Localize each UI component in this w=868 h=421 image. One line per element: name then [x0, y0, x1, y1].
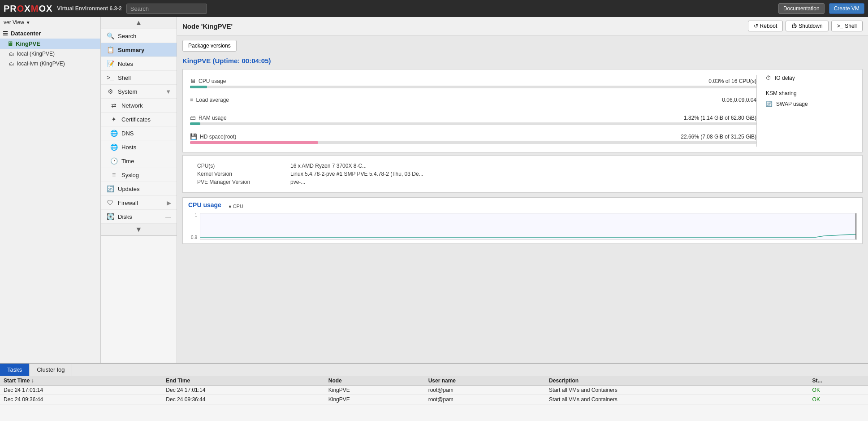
shell-header-icon: >_: [837, 23, 843, 29]
ram-value: 1.82% (1.14 GiB of 62.80 GiB): [684, 115, 756, 121]
nav-firewall-label: Firewall: [118, 200, 138, 206]
sidebar-item-local[interactable]: 🗂 local (KingPVE): [0, 49, 100, 59]
nav-item-time[interactable]: 🕐 Time: [101, 154, 177, 168]
col-user: User name: [425, 376, 545, 386]
nav-item-certificates[interactable]: ✦ Certificates: [101, 113, 177, 126]
nav-item-summary[interactable]: 📋 Summary: [101, 43, 177, 57]
sidebar-item-datacenter[interactable]: ☰ Datacenter: [0, 28, 100, 39]
cell-node: KingPVE: [325, 395, 425, 404]
nav-item-system[interactable]: ⚙ System ▼: [101, 85, 177, 99]
hosts-icon: 🌐: [110, 143, 118, 151]
nav-disks-label: Disks: [118, 213, 132, 220]
col-node: Node: [325, 376, 425, 386]
cpu-value: 0.03% of 16 CPU(s): [708, 78, 756, 84]
view-label: ver View: [4, 19, 24, 26]
nav-item-search[interactable]: 🔍 Search: [101, 29, 177, 43]
logo-text: PROXMOX: [4, 4, 52, 14]
content-body: Package versions KingPVE (Uptime: 00:04:…: [177, 35, 868, 363]
updates-icon: 🔄: [106, 185, 114, 192]
dns-icon: 🌐: [110, 130, 118, 137]
scroll-up-button[interactable]: ▲: [101, 17, 177, 29]
nav-item-network[interactable]: ⇄ Network: [101, 99, 177, 113]
io-label: IO delay: [775, 75, 795, 81]
sidebar-datacenter-label: Datacenter: [11, 30, 41, 37]
view-selector[interactable]: ver View ▼: [0, 17, 100, 28]
cell-desc: Start all VMs and Containers: [545, 395, 809, 404]
reboot-button[interactable]: ↺ Reboot: [748, 21, 783, 31]
swap-icon: 🔄: [766, 101, 773, 107]
firewall-expand-icon: ▶: [167, 200, 171, 206]
swap-label: SWAP usage: [776, 101, 808, 107]
nav-item-shell[interactable]: >_ Shell: [101, 71, 177, 85]
nav-item-dns[interactable]: 🌐 DNS: [101, 126, 177, 140]
hd-value: 22.66% (7.08 GiB of 31.25 GiB): [681, 134, 756, 140]
nav-shell-label: Shell: [118, 74, 131, 81]
col-status: St...: [809, 376, 868, 386]
nav-system-label: System: [118, 88, 137, 95]
disks-icon: 💽: [106, 213, 114, 220]
sidebar-item-kingpve[interactable]: 🖥 KingPVE: [0, 39, 100, 49]
search-input[interactable]: [126, 4, 207, 14]
logo: PROXMOX Virtual Environment 6.3-2: [4, 4, 122, 14]
sidebar-kingpve-label: KingPVE: [16, 40, 40, 47]
ram-label: RAM usage: [199, 115, 227, 121]
cpu-icon: 🖥: [190, 78, 196, 84]
y-label-1: 1: [188, 213, 197, 218]
nav-item-disks[interactable]: 💽 Disks —: [101, 210, 177, 224]
certificates-icon: ✦: [110, 116, 118, 123]
storage-icon-local: 🗂: [9, 51, 14, 57]
hd-bar-container: [190, 141, 756, 144]
notes-icon: 📝: [106, 60, 114, 67]
table-row[interactable]: Dec 24 09:36:44 Dec 24 09:36:44 KingPVE …: [0, 395, 868, 404]
cell-desc: Start all VMs and Containers: [545, 386, 809, 395]
firewall-icon: 🛡: [106, 199, 114, 206]
sidebar: ver View ▼ ☰ Datacenter 🖥 KingPVE 🗂 loca…: [0, 17, 101, 363]
shell-button[interactable]: >_ Shell: [831, 21, 863, 31]
load-stat: ≡ Load average 0.06,0.09,0.04: [190, 91, 756, 107]
y-label-09: 0.9: [188, 235, 197, 240]
cell-user: root@pam: [425, 386, 545, 395]
syslog-icon: ≡: [110, 171, 118, 178]
create-vm-button[interactable]: Create VM: [829, 3, 864, 14]
storage-icon-local-lvm: 🗂: [9, 61, 14, 67]
kernel-info-value: Linux 5.4.78-2-pve #1 SMP PVE 5.4.78-2 (…: [290, 171, 848, 177]
package-versions-button[interactable]: Package versions: [182, 40, 237, 52]
load-value: 0.06,0.09,0.04: [722, 97, 756, 103]
pve-info-label: PVE Manager Version: [197, 179, 287, 185]
nav-network-label: Network: [121, 102, 143, 109]
ksm-label: KSM sharing: [766, 90, 797, 96]
documentation-button[interactable]: Documentation: [778, 3, 825, 14]
chart-y-labels: 1 0.9: [188, 213, 197, 240]
nav-item-notes[interactable]: 📝 Notes: [101, 57, 177, 71]
cell-user: root@pam: [425, 395, 545, 404]
tab-cluster-log[interactable]: Cluster log: [30, 364, 72, 376]
node-icon: 🖥: [7, 40, 13, 47]
nav-item-updates[interactable]: 🔄 Updates: [101, 182, 177, 196]
cell-status: OK: [809, 395, 868, 404]
col-end-time: End Time: [162, 376, 324, 386]
nav-panel: ▲ 🔍 Search 📋 Summary 📝 Notes >_ Shell ⚙ …: [101, 17, 177, 363]
nav-item-hosts[interactable]: 🌐 Hosts: [101, 140, 177, 154]
chevron-down-icon: ▼: [26, 20, 30, 25]
cell-start: Dec 24 17:01:14: [0, 386, 162, 395]
nav-certificates-label: Certificates: [121, 116, 151, 123]
sidebar-item-local-lvm[interactable]: 🗂 local-lvm (KingPVE): [0, 59, 100, 69]
hd-bar: [190, 141, 318, 144]
shutdown-button[interactable]: ⏻ Shutdown: [786, 21, 828, 31]
info-grid: CPU(s) 16 x AMD Ryzen 7 3700X 8-C... Ker…: [190, 159, 855, 189]
io-icon: ⏱: [766, 75, 771, 81]
pve-info-value: pve-...: [290, 179, 848, 185]
tasks-table: Start Time ↓ End Time Node User name Des…: [0, 376, 868, 404]
nav-item-firewall[interactable]: 🛡 Firewall ▶: [101, 196, 177, 210]
disks-collapse-icon: —: [165, 213, 171, 220]
nav-hosts-label: Hosts: [121, 144, 136, 151]
table-row[interactable]: Dec 24 17:01:14 Dec 24 17:01:14 KingPVE …: [0, 386, 868, 395]
nav-item-syslog[interactable]: ≡ Syslog: [101, 168, 177, 182]
shell-icon: >_: [106, 74, 114, 81]
tab-tasks[interactable]: Tasks: [0, 364, 30, 376]
scroll-down-button[interactable]: ▼: [101, 224, 177, 236]
header-actions: ↺ Reboot ⏻ Shutdown >_ Shell: [748, 21, 863, 31]
system-icon: ⚙: [106, 88, 114, 95]
chart-canvas: [200, 213, 857, 240]
reboot-icon: ↺: [754, 23, 758, 29]
